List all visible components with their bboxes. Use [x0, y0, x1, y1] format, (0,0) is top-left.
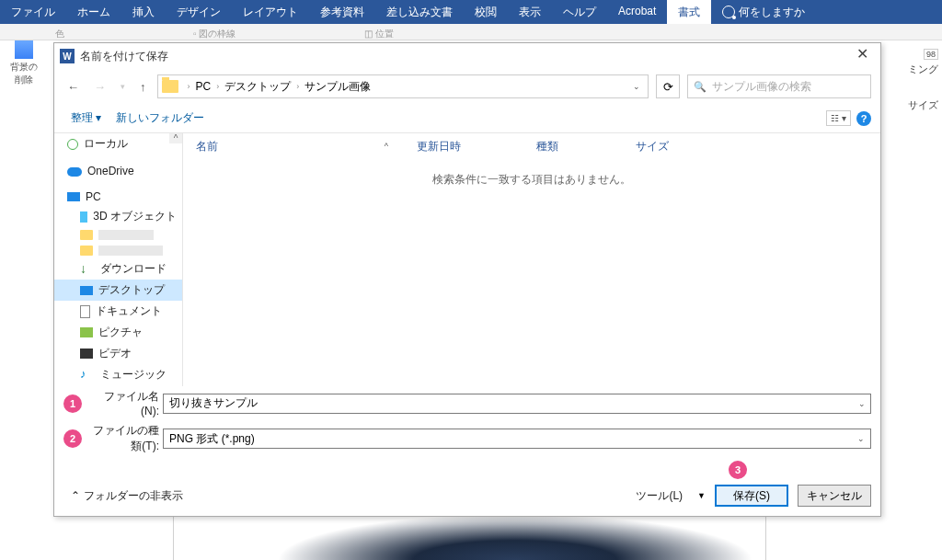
- refresh-button[interactable]: ⟳: [656, 74, 680, 98]
- nav-back-icon[interactable]: ←: [63, 76, 83, 97]
- view-options-button[interactable]: ☷ ▾: [826, 110, 851, 126]
- tools-dropdown-icon[interactable]: ▼: [697, 491, 706, 500]
- column-size[interactable]: サイズ: [636, 139, 709, 154]
- tell-me-label: 何をしますか: [739, 5, 805, 20]
- cancel-button[interactable]: キャンセル: [798, 485, 871, 507]
- path-segment-folder[interactable]: サンプル画像: [304, 79, 371, 95]
- right-ribbon-stub: 98 ミング サイズ: [908, 48, 938, 116]
- toolbar: 整理 ▾ 新しいフォルダー ☷ ▾ ?: [54, 104, 880, 133]
- tab-references[interactable]: 参考資料: [309, 0, 375, 24]
- empty-message: 検索条件に一致する項目はありません。: [183, 172, 880, 188]
- folder-icon: [80, 246, 93, 256]
- search-icon: 🔍: [694, 81, 706, 93]
- filetype-row: 2 ファイルの種類(T): PNG 形式 (*.png) ⌄: [54, 420, 880, 457]
- tree-folder-blurred[interactable]: [54, 243, 182, 258]
- filename-label: ファイル名(N):: [89, 389, 163, 417]
- tree-documents[interactable]: ドキュメント: [54, 301, 182, 322]
- cloud-icon: [67, 167, 82, 177]
- tab-view[interactable]: 表示: [508, 0, 552, 24]
- tab-layout[interactable]: レイアウト: [232, 0, 309, 24]
- chevron-right-icon: ›: [296, 82, 299, 91]
- filetype-label: ファイルの種類(T):: [89, 423, 163, 454]
- download-icon: ↓: [80, 263, 95, 276]
- filetype-value: PNG 形式 (*.png): [169, 431, 255, 447]
- dialog-titlebar: W 名前を付けて保存 ✕: [54, 43, 880, 69]
- tree-downloads[interactable]: ↓ダウンロード: [54, 258, 182, 280]
- cube-icon: [80, 211, 87, 223]
- path-segment-desktop[interactable]: デスクトップ: [224, 79, 291, 95]
- tab-file[interactable]: ファイル: [0, 0, 66, 24]
- ribbon-tabs: ファイル ホーム 挿入 デザイン レイアウト 参考資料 差し込み文書 校閲 表示…: [0, 0, 942, 24]
- nav-recent-icon[interactable]: ▾: [117, 78, 129, 95]
- hide-folders-toggle[interactable]: ⌃フォルダーの非表示: [71, 488, 183, 504]
- tell-me[interactable]: 何をしますか: [711, 0, 816, 24]
- folder-tree: ^ ローカル OneDrive PC 3D オブジェクト ↓ダウンロード デスク…: [54, 133, 183, 386]
- save-button[interactable]: 保存(S): [715, 485, 788, 507]
- close-button[interactable]: ✕: [849, 45, 875, 67]
- nav-bar: ← → ▾ ↑ › PC › デスクトップ › サンプル画像 ⌄ ⟳ 🔍 サンプ…: [54, 69, 880, 104]
- document-image-peek: [276, 514, 754, 560]
- remove-background-button[interactable]: 背景の 削除: [7, 40, 40, 86]
- column-name[interactable]: 名前^: [196, 139, 417, 154]
- tab-home[interactable]: ホーム: [66, 0, 121, 24]
- filetype-select[interactable]: PNG 形式 (*.png) ⌄: [163, 429, 871, 449]
- filename-row: 1 ファイル名(N): ⌄: [54, 386, 880, 420]
- organize-menu[interactable]: 整理 ▾: [63, 107, 109, 130]
- music-icon: ♪: [80, 369, 95, 382]
- tab-help[interactable]: ヘルプ: [552, 0, 607, 24]
- doc-margin-line: [765, 516, 766, 560]
- annotation-badge-1: 1: [63, 394, 82, 413]
- tab-mailings[interactable]: 差し込み文書: [375, 0, 464, 24]
- search-input[interactable]: 🔍 サンプル画像の検索: [687, 74, 871, 98]
- remove-background-label: 背景の 削除: [7, 61, 40, 86]
- tree-3d-objects[interactable]: 3D オブジェクト: [54, 206, 182, 227]
- tree-onedrive[interactable]: OneDrive: [54, 162, 182, 180]
- new-folder-button[interactable]: 新しいフォルダー: [109, 107, 212, 130]
- remove-background-icon: [15, 40, 33, 59]
- save-as-dialog: W 名前を付けて保存 ✕ ← → ▾ ↑ › PC › デスクトップ › サンプ…: [53, 42, 881, 517]
- dialog-footer: ⌃フォルダーの非表示 ツール(L) ▼ 3 保存(S) キャンセル: [54, 479, 880, 516]
- tree-pictures[interactable]: ピクチャ: [54, 322, 182, 343]
- tree-videos[interactable]: ビデオ: [54, 343, 182, 364]
- nav-up-icon[interactable]: ↑: [136, 76, 150, 97]
- column-date[interactable]: 更新日時: [417, 139, 536, 154]
- help-icon[interactable]: ?: [856, 111, 871, 126]
- tree-local[interactable]: ローカル: [54, 133, 182, 154]
- pc-icon: [67, 192, 80, 201]
- tab-design[interactable]: デザイン: [166, 0, 232, 24]
- main-pane: ^ ローカル OneDrive PC 3D オブジェクト ↓ダウンロード デスク…: [54, 133, 880, 386]
- file-list-area: 名前^ 更新日時 種類 サイズ 検索条件に一致する項目はありません。: [183, 133, 880, 386]
- filename-dropdown-icon[interactable]: ⌄: [858, 399, 866, 408]
- tab-acrobat[interactable]: Acrobat: [607, 0, 667, 24]
- tab-format[interactable]: 書式: [667, 0, 711, 24]
- nav-forward-icon[interactable]: →: [90, 76, 109, 97]
- tree-scroll-up-icon[interactable]: ^: [169, 133, 182, 143]
- tab-review[interactable]: 校閲: [464, 0, 508, 24]
- sync-icon: [67, 139, 78, 150]
- chevron-right-icon: ›: [188, 82, 190, 91]
- search-placeholder: サンプル画像の検索: [712, 79, 811, 95]
- chevron-up-icon: ⌃: [71, 489, 80, 502]
- tab-insert[interactable]: 挿入: [121, 0, 166, 24]
- tree-pc[interactable]: PC: [54, 188, 182, 206]
- column-type[interactable]: 種類: [536, 139, 636, 154]
- column-headers: 名前^ 更新日時 種類 サイズ: [183, 133, 880, 159]
- annotation-badge-2: 2: [63, 429, 82, 448]
- filename-input[interactable]: [163, 394, 871, 414]
- folder-icon: [162, 80, 178, 93]
- lightbulb-icon: [722, 6, 735, 18]
- path-segment-pc[interactable]: PC: [196, 80, 212, 93]
- sort-asc-icon: ^: [385, 142, 388, 151]
- tree-desktop[interactable]: デスクトップ: [54, 280, 182, 301]
- tree-music[interactable]: ♪ミュージック: [54, 364, 182, 385]
- tools-menu[interactable]: ツール(L): [632, 486, 686, 506]
- chevron-right-icon: ›: [216, 82, 219, 91]
- address-bar[interactable]: › PC › デスクトップ › サンプル画像 ⌄: [157, 74, 649, 98]
- tree-folder-blurred[interactable]: [54, 227, 182, 243]
- annotation-badge-3: 3: [729, 461, 747, 479]
- document-icon: [80, 305, 90, 318]
- chevron-down-icon: ⌄: [857, 434, 865, 443]
- doc-margin-line: [173, 516, 174, 560]
- path-dropdown-icon[interactable]: ⌄: [629, 82, 644, 91]
- ribbon-commands-peek: 色 ▫ 図の枠線 ◫ 位置: [55, 28, 887, 40]
